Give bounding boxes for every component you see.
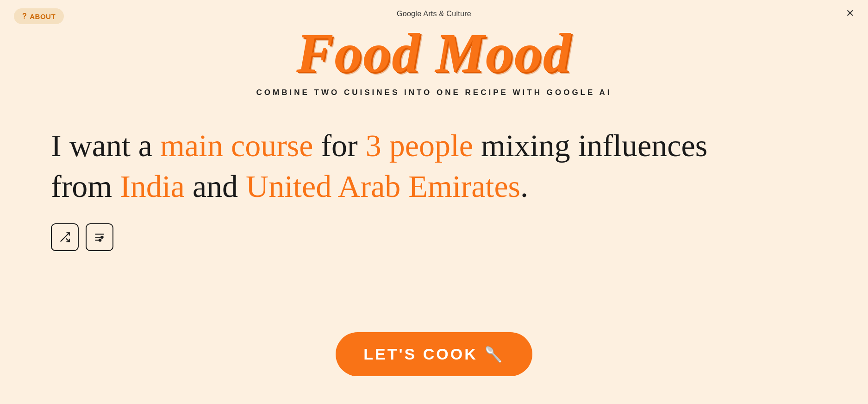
- filter-button[interactable]: [86, 223, 113, 251]
- sentence-part3: mixing influences: [473, 128, 707, 163]
- shuffle-icon: [59, 231, 71, 243]
- page-title: Food Mood: [296, 25, 572, 81]
- sentence-part5: and: [185, 169, 246, 204]
- lets-cook-button[interactable]: LET'S COOK 🥄: [336, 332, 532, 376]
- about-label: ABOUT: [30, 13, 56, 20]
- close-button[interactable]: ✕: [846, 8, 854, 19]
- course-highlight[interactable]: main course: [160, 128, 313, 163]
- shuffle-button[interactable]: [51, 223, 79, 251]
- google-arts-culture-label: Google Arts & Culture: [397, 10, 471, 18]
- sentence-part1: I want a: [51, 128, 160, 163]
- people-highlight[interactable]: 3 people: [366, 128, 473, 163]
- svg-point-6: [99, 239, 102, 242]
- country1-highlight[interactable]: India: [120, 169, 185, 204]
- country2-highlight[interactable]: United Arab Emirates: [246, 169, 520, 204]
- sentence-part2: for: [313, 128, 365, 163]
- recipe-sentence: I want a main course for 3 people mixing…: [51, 125, 817, 207]
- main-content: I want a main course for 3 people mixing…: [51, 125, 817, 251]
- sentence-part4: from: [51, 169, 120, 204]
- spoon-icon: 🥄: [484, 346, 505, 363]
- question-mark-icon: ?: [22, 12, 27, 20]
- cta-container: LET'S COOK 🥄: [0, 332, 868, 376]
- title-section: Food Mood COMBINE TWO CUISINES INTO ONE …: [0, 25, 868, 97]
- period: .: [520, 169, 528, 204]
- subtitle: COMBINE TWO CUISINES INTO ONE RECIPE WIT…: [256, 88, 612, 97]
- about-button[interactable]: ? ABOUT: [14, 8, 64, 24]
- lets-cook-label: LET'S COOK: [363, 345, 477, 363]
- svg-point-5: [100, 236, 104, 239]
- action-buttons: [51, 223, 817, 251]
- filter-icon: [94, 231, 106, 243]
